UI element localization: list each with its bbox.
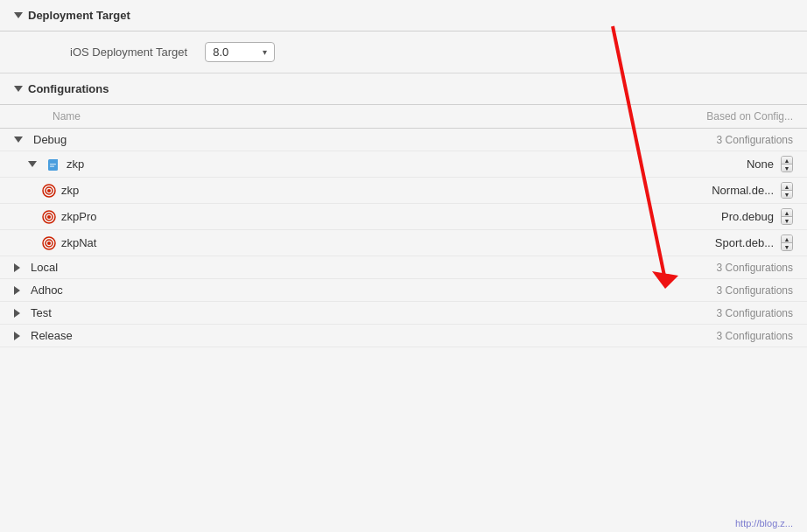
stepper-down-3-icon[interactable]: ▼	[782, 217, 792, 224]
release-toggle-icon[interactable]	[14, 332, 20, 340]
configurations-toggle-icon[interactable]	[14, 86, 23, 92]
adhoc-row-right: 3 Configurations	[717, 284, 793, 297]
zkppro-value: Pro.debug	[721, 210, 774, 223]
adhoc-count: 3 Configurations	[717, 284, 793, 297]
svg-rect-2	[55, 159, 58, 162]
debug-label: Debug	[33, 133, 67, 146]
dropdown-arrow-icon: ▾	[263, 47, 267, 57]
local-row-right: 3 Configurations	[717, 262, 793, 274]
zkpnat-bullseye-icon	[42, 236, 56, 250]
config-row-adhoc[interactable]: Adhoc 3 Configurations	[0, 279, 807, 302]
test-row-left: Test	[14, 306, 52, 319]
test-row-right: 3 Configurations	[717, 307, 793, 319]
zkp-target-value: Normal.de...	[712, 184, 774, 197]
zkp-target-stepper[interactable]: ▲ ▼	[781, 182, 793, 199]
zkp-group-toggle-icon[interactable]	[28, 161, 37, 167]
svg-point-13	[47, 242, 51, 245]
deployment-target-title: Deployment Target	[28, 9, 130, 22]
app-icon	[47, 158, 61, 172]
zkppro-row-right: Pro.debug ▲ ▼	[721, 208, 793, 225]
stepper-up-3-icon[interactable]: ▲	[782, 209, 792, 216]
zkpnat-label: zkpNat	[61, 236, 96, 249]
deployment-target-toggle-icon[interactable]	[14, 12, 23, 18]
configurations-header[interactable]: Configurations	[0, 74, 807, 105]
stepper-down-4-icon[interactable]: ▼	[782, 243, 792, 250]
stepper-up-icon[interactable]: ▲	[782, 157, 792, 164]
zkppro-row-left: zkpPro	[42, 210, 96, 224]
svg-point-7	[47, 189, 51, 192]
configurations-title: Configurations	[28, 82, 109, 95]
svg-point-10	[47, 215, 51, 219]
col-name-header: Name	[53, 110, 81, 122]
local-toggle-icon[interactable]	[14, 263, 20, 272]
release-row-right: 3 Configurations	[717, 330, 793, 342]
config-row-zkp-group[interactable]: zkp None ▲ ▼	[0, 151, 807, 178]
col-based-on-header: Based on Config...	[706, 110, 793, 122]
local-row-left: Local	[14, 261, 58, 274]
zkpnat-row-right: Sport.deb... ▲ ▼	[715, 234, 793, 251]
local-count: 3 Configurations	[717, 262, 793, 274]
svg-rect-4	[50, 165, 54, 166]
release-row-left: Release	[14, 329, 73, 342]
zkp-group-stepper[interactable]: ▲ ▼	[781, 156, 793, 172]
ios-version-dropdown[interactable]: 8.0 ▾	[205, 42, 275, 62]
config-row-local[interactable]: Local 3 Configurations	[0, 256, 807, 279]
local-label: Local	[31, 261, 58, 274]
ios-deployment-label: iOS Deployment Target	[70, 46, 187, 59]
config-row-debug[interactable]: Debug 3 Configurations	[0, 129, 807, 151]
debug-toggle-icon[interactable]	[14, 136, 23, 143]
zkp-group-row-right: None ▲ ▼	[747, 156, 793, 172]
stepper-up-2-icon[interactable]: ▲	[782, 183, 792, 190]
release-count: 3 Configurations	[717, 330, 793, 342]
zkp-group-label: zkp	[67, 158, 84, 171]
deployment-target-section: Deployment Target iOS Deployment Target …	[0, 0, 807, 74]
adhoc-label: Adhoc	[31, 284, 63, 297]
config-row-release[interactable]: Release 3 Configurations	[0, 325, 807, 347]
adhoc-row-left: Adhoc	[14, 284, 63, 297]
configurations-table-header: Name Based on Config...	[0, 105, 807, 129]
zkpnat-row-left: zkpNat	[42, 236, 96, 250]
configurations-section: Configurations Name Based on Config... D…	[0, 74, 807, 347]
zkpnat-value: Sport.deb...	[715, 236, 774, 249]
zkppro-stepper[interactable]: ▲ ▼	[781, 208, 793, 225]
zkp-target-row-right: Normal.de... ▲ ▼	[712, 182, 793, 199]
config-row-zkp-target[interactable]: zkp Normal.de... ▲ ▼	[0, 178, 807, 204]
debug-row-left: Debug	[14, 133, 67, 146]
debug-row-right: 3 Configurations	[717, 134, 793, 146]
svg-rect-3	[50, 164, 56, 164]
adhoc-toggle-icon[interactable]	[14, 286, 20, 295]
stepper-up-4-icon[interactable]: ▲	[782, 235, 792, 242]
target-bullseye-icon	[42, 184, 56, 198]
zkp-group-row-left: zkp	[28, 158, 84, 172]
zkppro-label: zkpPro	[61, 210, 96, 223]
test-label: Test	[31, 306, 52, 319]
config-row-test[interactable]: Test 3 Configurations	[0, 302, 807, 325]
zkp-group-value: None	[747, 158, 774, 171]
stepper-down-icon[interactable]: ▼	[782, 164, 792, 172]
test-toggle-icon[interactable]	[14, 309, 20, 318]
zkppro-bullseye-icon	[42, 210, 56, 224]
config-row-zkppro-target[interactable]: zkpPro Pro.debug ▲ ▼	[0, 204, 807, 230]
debug-count: 3 Configurations	[717, 134, 793, 146]
test-count: 3 Configurations	[717, 307, 793, 319]
zkpnat-stepper[interactable]: ▲ ▼	[781, 234, 793, 251]
ios-deployment-target-row: iOS Deployment Target 8.0 ▾	[0, 32, 807, 74]
config-row-zkpnat-target[interactable]: zkpNat Sport.deb... ▲ ▼	[0, 230, 807, 256]
deployment-target-header[interactable]: Deployment Target	[0, 0, 807, 32]
release-label: Release	[31, 329, 73, 342]
url-watermark: http://blog.z...	[735, 518, 793, 528]
main-container: Deployment Target iOS Deployment Target …	[0, 0, 807, 532]
stepper-down-2-icon[interactable]: ▼	[782, 191, 792, 198]
ios-version-value: 8.0	[213, 46, 228, 59]
zkp-target-row-left: zkp	[42, 184, 79, 198]
zkp-target-label: zkp	[61, 184, 79, 197]
